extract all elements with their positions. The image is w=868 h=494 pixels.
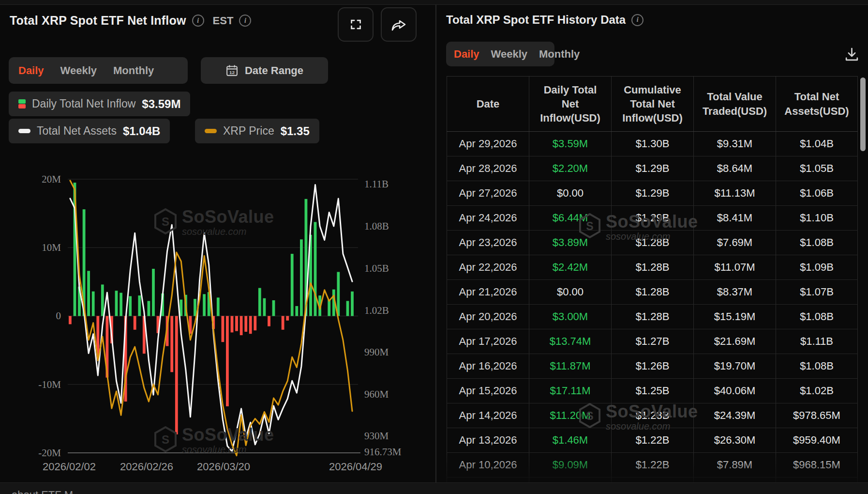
table-cell-inflow: $6.44M	[529, 206, 611, 230]
table-cell-cumulative: $1.25B	[611, 379, 693, 403]
table-row[interactable]: Apr 28,2026$2.20M$1.29B$8.64M$1.05B	[447, 156, 858, 181]
x-axis-tick-label: 2026/04/29	[329, 461, 382, 473]
table-cell-assets: $978.65M	[776, 403, 858, 428]
date-range-label: Date Range	[245, 64, 303, 77]
table-cell-assets: $1.08B	[776, 305, 858, 329]
inflow-bar	[120, 293, 122, 316]
share-icon	[390, 17, 407, 32]
table-cell-date: Apr 23,2026	[447, 231, 529, 255]
inflow-bar	[226, 316, 229, 406]
inflow-bar	[194, 299, 196, 316]
table-row[interactable]: Apr 21,2026$0.00$1.28B$8.37M$1.07B	[447, 280, 858, 305]
table-cell-assets: $1.09B	[776, 255, 858, 279]
inflow-bar	[268, 316, 270, 326]
table-cell-assets: $1.10B	[776, 206, 858, 230]
table-cell-date: Apr 13,2026	[447, 428, 529, 452]
inflow-bar	[300, 239, 303, 316]
table-cell-traded: $11.07M	[693, 255, 776, 279]
right-axis-tick-label: 1.11B	[364, 178, 389, 190]
table-cell-assets: $1.02B	[776, 379, 858, 403]
table-cell-traded: $8.64M	[693, 156, 776, 181]
legend-chip-xrp-price[interactable]: XRP Price $1.35	[195, 119, 319, 143]
table-row[interactable]: Apr 22,2026$2.42M$1.28B$11.07M$1.09B	[447, 255, 858, 280]
table-header-cell: Total Net Assets(USD)	[776, 77, 858, 131]
tab-daily[interactable]: Daily	[454, 48, 479, 61]
dashboard-page: Total XRP Spot ETF Net Inflow i EST i Da…	[0, 0, 868, 494]
inflow-bar	[282, 316, 284, 330]
table-cell-cumulative: $1.30B	[611, 132, 693, 156]
table-row[interactable]: Apr 13,2026$1.46M$1.22B$26.30M$959.40M	[447, 428, 858, 453]
table-cell-assets: $1.11B	[776, 329, 858, 354]
net-inflow-header: Total XRP Spot ETF Net Inflow i EST i	[10, 14, 251, 28]
table-cell-date: Apr 22,2026	[447, 255, 529, 279]
chart-period-tabs: Daily Weekly Monthly	[9, 57, 188, 84]
inflow-bar	[314, 222, 317, 316]
tab-daily[interactable]: Daily	[18, 64, 44, 77]
date-range-button[interactable]: 12 Date Range	[201, 57, 328, 84]
history-title: Total XRP Spot ETF History Data	[446, 13, 626, 27]
table-cell-inflow: $9.09M	[529, 453, 611, 477]
table-cell-date: Apr 29,2026	[447, 132, 529, 156]
table-cell-inflow: $3.89M	[529, 231, 611, 255]
history-period-tabs: Daily Weekly Monthly	[446, 42, 554, 66]
share-button[interactable]	[381, 7, 417, 42]
legend-chip-daily-inflow[interactable]: Daily Total Net Inflow $3.59M	[9, 92, 190, 116]
download-icon	[844, 46, 860, 62]
table-cell-assets: $1.08B	[776, 354, 858, 378]
table-cell-cumulative: $1.26B	[611, 354, 693, 378]
inflow-legend-icon	[18, 99, 26, 108]
table-row[interactable]: Apr 15,2026$17.11M$1.25B$40.06M$1.02B	[447, 379, 858, 403]
table-cell-assets: $1.05B	[776, 156, 858, 181]
tab-weekly[interactable]: Weekly	[60, 64, 97, 77]
inflow-bar	[92, 292, 95, 316]
table-row[interactable]: Apr 23,2026$3.89M$1.28B$7.69M$1.08B	[447, 231, 858, 255]
table-row[interactable]: Apr 10,2026$9.09M$1.22B$7.89M$968.15M	[447, 453, 858, 478]
table-cell-traded: $26.30M	[693, 428, 776, 452]
table-cell-inflow: $0.00	[529, 181, 611, 205]
table-cell-date: Apr 14,2026	[447, 403, 529, 428]
table-cell-traded: $40.06M	[693, 379, 776, 403]
history-info-icon[interactable]: i	[631, 14, 644, 26]
table-cell-traded: $8.37M	[693, 280, 776, 304]
tab-weekly[interactable]: Weekly	[491, 48, 527, 61]
table-cell-assets: $1.06B	[776, 181, 858, 205]
inflow-bar	[217, 297, 220, 316]
timezone-info-icon[interactable]: i	[239, 15, 251, 27]
left-axis-tick-label: -10M	[19, 379, 61, 391]
table-row[interactable]: Apr 17,2026$13.74M$1.27B$21.69M$1.11B	[447, 329, 858, 354]
table-cell-cumulative: $1.29B	[611, 156, 693, 181]
legend-label: Total Net Assets	[37, 124, 117, 138]
table-cell-date: Apr 16,2026	[447, 354, 529, 378]
inflow-chart-plot[interactable]	[68, 179, 358, 453]
inflow-bar	[291, 254, 294, 316]
table-row[interactable]: Apr 24,2026$6.44M$1.29B$8.41M$1.10B	[447, 206, 858, 231]
download-button[interactable]	[842, 45, 861, 64]
inflow-bar	[148, 301, 150, 316]
table-header-cell: Daily Total Net Inflow(USD)	[529, 77, 611, 131]
table-cell-date: Apr 15,2026	[447, 379, 529, 403]
inflow-bar	[235, 316, 238, 331]
table-cell-inflow: $11.20M	[529, 403, 611, 428]
table-cell-traded: $11.13M	[693, 181, 776, 205]
table-row[interactable]: Apr 16,2026$11.87M$1.26B$19.70M$1.08B	[447, 354, 858, 379]
tab-monthly[interactable]: Monthly	[539, 48, 580, 61]
table-cell-cumulative: $1.28B	[611, 280, 693, 304]
title-info-icon[interactable]: i	[192, 15, 204, 27]
table-cell-traded: $9.31M	[693, 132, 776, 156]
table-row[interactable]: Apr 27,2026$0.00$1.29B$11.13M$1.06B	[447, 181, 858, 206]
inflow-bar	[115, 291, 118, 316]
table-row[interactable]: Apr 20,2026$3.00M$1.28B$15.19M$1.08B	[447, 305, 858, 329]
inflow-bar	[295, 306, 298, 316]
table-row[interactable]: Apr 29,2026$3.59M$1.30B$9.31M$1.04B	[447, 132, 858, 156]
inflow-bar	[254, 316, 256, 331]
table-cell-inflow: $17.11M	[529, 379, 611, 403]
legend-chip-net-assets[interactable]: Total Net Assets $1.04B	[9, 119, 170, 143]
table-scrollbar[interactable]	[860, 77, 866, 151]
tab-monthly[interactable]: Monthly	[113, 64, 154, 77]
legend-value: $1.35	[281, 124, 310, 138]
inflow-bar	[138, 295, 141, 316]
fullscreen-button[interactable]	[338, 7, 374, 42]
table-row[interactable]: Apr 14,2026$11.20M$1.23B$24.39M$978.65M	[447, 403, 858, 428]
x-axis-tick-label: 2026/02/02	[43, 461, 96, 473]
table-cell-traded: $21.69M	[693, 329, 776, 354]
